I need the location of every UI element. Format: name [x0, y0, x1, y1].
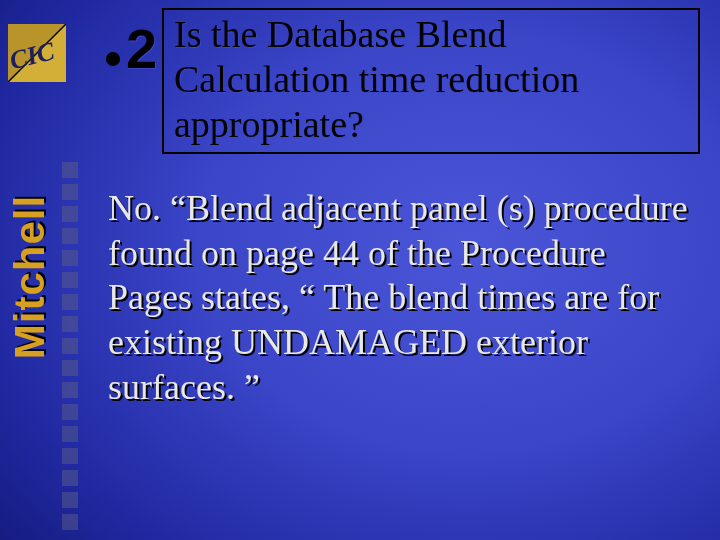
question-text: Is the Database Blend Calculation time r…: [174, 13, 579, 145]
vertical-brand-label: Mitchell: [4, 182, 56, 372]
vertical-brand-text: Mitchell: [6, 195, 54, 359]
bullet-dot-icon: [106, 52, 120, 66]
cic-logo: CIC: [8, 24, 66, 82]
bullet-number: 2: [126, 16, 157, 81]
decorative-square-column: [62, 162, 84, 530]
question-box: Is the Database Blend Calculation time r…: [162, 8, 700, 154]
answer-text: No. “Blend adjacent panel (s) procedure …: [108, 186, 688, 409]
